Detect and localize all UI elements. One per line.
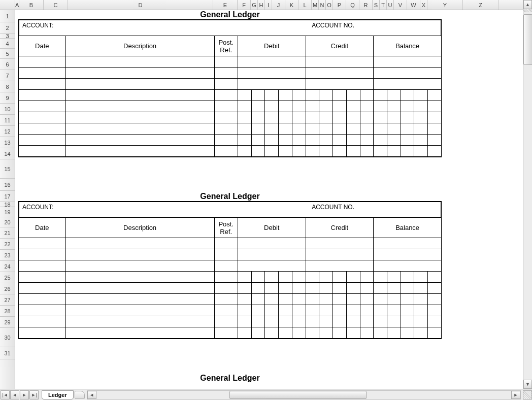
ledger-row[interactable] (19, 146, 442, 157)
select-all-corner[interactable] (0, 0, 15, 10)
row-header-22[interactable]: 22 (0, 239, 15, 250)
row-header-15[interactable]: 15 (0, 159, 15, 179)
ledger-row[interactable] (19, 68, 442, 79)
col-header-P[interactable]: P (333, 0, 346, 10)
scroll-thumb[interactable] (523, 14, 532, 65)
row-header-28[interactable]: 28 (0, 306, 15, 317)
col-header-I[interactable]: I (265, 0, 272, 10)
col-header-Z[interactable]: Z (463, 0, 498, 10)
ledger-row[interactable] (19, 249, 442, 260)
ledger-row[interactable] (19, 112, 442, 123)
col-header-R[interactable]: R (359, 0, 373, 10)
ledger-row[interactable] (19, 90, 442, 101)
col-header-Y[interactable]: Y (427, 0, 463, 10)
row-header-18[interactable]: 18 (0, 202, 15, 207)
row-header-8[interactable]: 8 (0, 81, 15, 92)
row-header-19[interactable]: 19 (0, 207, 15, 217)
ledger-row[interactable] (19, 327, 442, 339)
ledger-row[interactable] (19, 79, 442, 90)
col-header-D[interactable]: D (68, 0, 213, 10)
col-header-V[interactable]: V (394, 0, 407, 10)
next-sheet-icon[interactable]: ► (20, 390, 29, 399)
row-header-16[interactable]: 16 (0, 179, 15, 191)
row-header-17[interactable]: 17 (0, 191, 15, 202)
col-header-B[interactable]: B (19, 0, 44, 10)
row-header-col: 1234567891011121314151617181920212223242… (0, 10, 15, 389)
ledger-row[interactable] (19, 56, 442, 68)
last-sheet-icon[interactable]: ►| (29, 390, 39, 399)
row-header-5[interactable]: 5 (0, 49, 15, 59)
worksheet-area[interactable]: General Ledger ACCOUNT: ACCOUNT NO. Date… (15, 10, 532, 389)
col-header-A[interactable]: A (15, 0, 19, 10)
account-no-label: ACCOUNT NO. (312, 22, 441, 29)
row-header-31[interactable]: 31 (0, 347, 15, 359)
ledger-row[interactable] (19, 316, 442, 327)
insert-sheet-icon[interactable] (75, 391, 85, 399)
ledger-row[interactable] (19, 294, 442, 305)
row-header-14[interactable]: 14 (0, 148, 15, 159)
ledger-row[interactable] (19, 101, 442, 112)
col-header-W[interactable]: W (407, 0, 420, 10)
account-label: ACCOUNT: (19, 22, 312, 29)
row-header-26[interactable]: 26 (0, 283, 15, 294)
col-header-S[interactable]: S (373, 0, 380, 10)
col-header-L[interactable]: L (298, 0, 312, 10)
hscroll-thumb[interactable] (229, 391, 367, 399)
scroll-right-icon[interactable]: ► (511, 391, 520, 399)
row-header-13[interactable]: 13 (0, 137, 15, 148)
row-header-21[interactable]: 21 (0, 227, 15, 239)
col-header-G[interactable]: G (251, 0, 258, 10)
first-sheet-icon[interactable]: |◄ (1, 390, 10, 399)
sheet-tab[interactable]: Ledger (42, 390, 74, 399)
ledger-title: General Ledger (18, 192, 442, 201)
ledger-row[interactable] (19, 123, 442, 135)
split-handle[interactable] (523, 9, 532, 12)
scroll-down-icon[interactable]: ▼ (523, 380, 532, 389)
col-header-M[interactable]: M (312, 0, 319, 10)
row-header-25[interactable]: 25 (0, 272, 15, 283)
ledger-row[interactable] (19, 283, 442, 294)
row-header-6[interactable]: 6 (0, 59, 15, 70)
horizontal-scrollbar[interactable]: ◄ ► (87, 390, 521, 399)
col-header-X[interactable]: X (420, 0, 427, 10)
row-header-12[interactable]: 12 (0, 126, 15, 137)
row-header-9[interactable]: 9 (0, 92, 15, 104)
col-header-K[interactable]: K (285, 0, 298, 10)
row-header-27[interactable]: 27 (0, 294, 15, 306)
col-header-E[interactable]: E (213, 0, 238, 10)
col-header-H[interactable]: H (258, 0, 265, 10)
column-header-row: ABCDEFGHIJKLMNOPQRSTUVWXYZ (0, 0, 532, 10)
row-header-24[interactable]: 24 (0, 261, 15, 272)
col-header-C[interactable]: C (44, 0, 68, 10)
scroll-left-icon[interactable]: ◄ (87, 391, 96, 399)
row-header-1[interactable]: 1 (0, 10, 15, 22)
row-header-23[interactable]: 23 (0, 250, 15, 261)
row-header-11[interactable]: 11 (0, 115, 15, 126)
vertical-scrollbar[interactable]: ▲ ▼ (523, 0, 532, 389)
account-row: ACCOUNT: ACCOUNT NO. (18, 201, 442, 212)
scroll-up-icon[interactable]: ▲ (523, 0, 532, 9)
ledger-row[interactable] (19, 260, 442, 272)
col-header-F[interactable]: F (238, 0, 251, 10)
ledger-row[interactable] (19, 305, 442, 316)
col-header-U[interactable]: U (387, 0, 394, 10)
col-header-T[interactable]: T (380, 0, 387, 10)
row-header-2[interactable]: 2 (0, 22, 15, 34)
col-header-Q[interactable]: Q (346, 0, 359, 10)
row-header-29[interactable]: 29 (0, 317, 15, 328)
prev-sheet-icon[interactable]: ◄ (10, 390, 19, 399)
row-header-4[interactable]: 4 (0, 39, 15, 49)
ledger-row[interactable] (19, 238, 442, 249)
row-header-20[interactable]: 20 (0, 217, 15, 227)
row-header-7[interactable]: 7 (0, 70, 15, 81)
col-header-O[interactable]: O (326, 0, 333, 10)
ledger-row[interactable] (19, 135, 442, 146)
row-header-30[interactable]: 30 (0, 328, 15, 347)
col-header-N[interactable]: N (319, 0, 326, 10)
col-header-J[interactable]: J (272, 0, 285, 10)
row-header-3[interactable]: 3 (0, 34, 15, 39)
th-balance: Balance (374, 36, 442, 56)
ledger-row[interactable] (19, 272, 442, 283)
resize-handle-icon[interactable] (523, 390, 532, 399)
row-header-10[interactable]: 10 (0, 104, 15, 115)
